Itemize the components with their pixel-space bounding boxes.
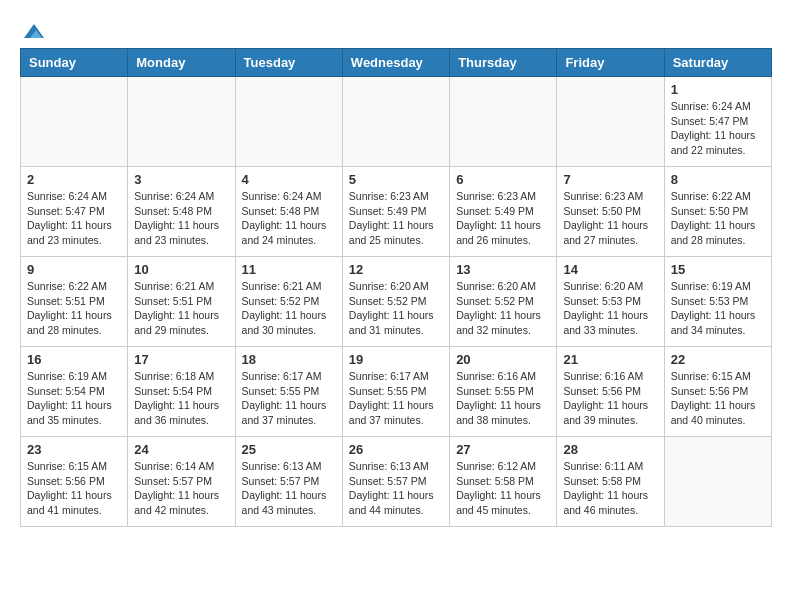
calendar-header-tuesday: Tuesday (235, 49, 342, 77)
calendar-header-monday: Monday (128, 49, 235, 77)
day-info: Sunrise: 6:20 AM Sunset: 5:52 PM Dayligh… (349, 279, 443, 338)
calendar-cell (235, 77, 342, 167)
calendar-cell: 5Sunrise: 6:23 AM Sunset: 5:49 PM Daylig… (342, 167, 449, 257)
calendar-cell: 3Sunrise: 6:24 AM Sunset: 5:48 PM Daylig… (128, 167, 235, 257)
day-number: 11 (242, 262, 336, 277)
day-number: 24 (134, 442, 228, 457)
day-number: 23 (27, 442, 121, 457)
calendar-header-friday: Friday (557, 49, 664, 77)
calendar-cell: 15Sunrise: 6:19 AM Sunset: 5:53 PM Dayli… (664, 257, 771, 347)
calendar-week-2: 2Sunrise: 6:24 AM Sunset: 5:47 PM Daylig… (21, 167, 772, 257)
day-number: 28 (563, 442, 657, 457)
calendar-week-5: 23Sunrise: 6:15 AM Sunset: 5:56 PM Dayli… (21, 437, 772, 527)
calendar-cell: 20Sunrise: 6:16 AM Sunset: 5:55 PM Dayli… (450, 347, 557, 437)
day-info: Sunrise: 6:14 AM Sunset: 5:57 PM Dayligh… (134, 459, 228, 518)
day-number: 9 (27, 262, 121, 277)
day-info: Sunrise: 6:23 AM Sunset: 5:49 PM Dayligh… (456, 189, 550, 248)
day-info: Sunrise: 6:20 AM Sunset: 5:53 PM Dayligh… (563, 279, 657, 338)
day-info: Sunrise: 6:13 AM Sunset: 5:57 PM Dayligh… (349, 459, 443, 518)
logo (20, 20, 46, 38)
calendar-cell (342, 77, 449, 167)
calendar-cell: 10Sunrise: 6:21 AM Sunset: 5:51 PM Dayli… (128, 257, 235, 347)
day-number: 14 (563, 262, 657, 277)
day-number: 3 (134, 172, 228, 187)
day-info: Sunrise: 6:15 AM Sunset: 5:56 PM Dayligh… (671, 369, 765, 428)
day-number: 1 (671, 82, 765, 97)
day-info: Sunrise: 6:24 AM Sunset: 5:47 PM Dayligh… (27, 189, 121, 248)
day-info: Sunrise: 6:18 AM Sunset: 5:54 PM Dayligh… (134, 369, 228, 428)
day-number: 4 (242, 172, 336, 187)
calendar-cell: 18Sunrise: 6:17 AM Sunset: 5:55 PM Dayli… (235, 347, 342, 437)
calendar-cell: 8Sunrise: 6:22 AM Sunset: 5:50 PM Daylig… (664, 167, 771, 257)
calendar-cell: 7Sunrise: 6:23 AM Sunset: 5:50 PM Daylig… (557, 167, 664, 257)
calendar-cell: 28Sunrise: 6:11 AM Sunset: 5:58 PM Dayli… (557, 437, 664, 527)
calendar-cell: 14Sunrise: 6:20 AM Sunset: 5:53 PM Dayli… (557, 257, 664, 347)
calendar-header-saturday: Saturday (664, 49, 771, 77)
calendar-cell: 23Sunrise: 6:15 AM Sunset: 5:56 PM Dayli… (21, 437, 128, 527)
calendar-cell (21, 77, 128, 167)
day-info: Sunrise: 6:16 AM Sunset: 5:56 PM Dayligh… (563, 369, 657, 428)
calendar-table: SundayMondayTuesdayWednesdayThursdayFrid… (20, 48, 772, 527)
calendar-cell: 9Sunrise: 6:22 AM Sunset: 5:51 PM Daylig… (21, 257, 128, 347)
day-info: Sunrise: 6:23 AM Sunset: 5:50 PM Dayligh… (563, 189, 657, 248)
calendar-header-row: SundayMondayTuesdayWednesdayThursdayFrid… (21, 49, 772, 77)
calendar-cell: 25Sunrise: 6:13 AM Sunset: 5:57 PM Dayli… (235, 437, 342, 527)
page-header (20, 20, 772, 38)
day-number: 2 (27, 172, 121, 187)
day-info: Sunrise: 6:24 AM Sunset: 5:48 PM Dayligh… (134, 189, 228, 248)
day-number: 12 (349, 262, 443, 277)
calendar-cell: 24Sunrise: 6:14 AM Sunset: 5:57 PM Dayli… (128, 437, 235, 527)
day-info: Sunrise: 6:20 AM Sunset: 5:52 PM Dayligh… (456, 279, 550, 338)
day-info: Sunrise: 6:23 AM Sunset: 5:49 PM Dayligh… (349, 189, 443, 248)
calendar-cell: 12Sunrise: 6:20 AM Sunset: 5:52 PM Dayli… (342, 257, 449, 347)
calendar-header-wednesday: Wednesday (342, 49, 449, 77)
calendar-cell: 11Sunrise: 6:21 AM Sunset: 5:52 PM Dayli… (235, 257, 342, 347)
day-info: Sunrise: 6:24 AM Sunset: 5:48 PM Dayligh… (242, 189, 336, 248)
day-info: Sunrise: 6:11 AM Sunset: 5:58 PM Dayligh… (563, 459, 657, 518)
day-info: Sunrise: 6:22 AM Sunset: 5:51 PM Dayligh… (27, 279, 121, 338)
day-info: Sunrise: 6:17 AM Sunset: 5:55 PM Dayligh… (242, 369, 336, 428)
day-info: Sunrise: 6:12 AM Sunset: 5:58 PM Dayligh… (456, 459, 550, 518)
calendar-cell (128, 77, 235, 167)
day-number: 26 (349, 442, 443, 457)
calendar-cell: 6Sunrise: 6:23 AM Sunset: 5:49 PM Daylig… (450, 167, 557, 257)
day-number: 7 (563, 172, 657, 187)
day-info: Sunrise: 6:16 AM Sunset: 5:55 PM Dayligh… (456, 369, 550, 428)
calendar-cell: 16Sunrise: 6:19 AM Sunset: 5:54 PM Dayli… (21, 347, 128, 437)
calendar-cell (664, 437, 771, 527)
day-number: 6 (456, 172, 550, 187)
calendar-cell: 19Sunrise: 6:17 AM Sunset: 5:55 PM Dayli… (342, 347, 449, 437)
day-info: Sunrise: 6:13 AM Sunset: 5:57 PM Dayligh… (242, 459, 336, 518)
day-number: 13 (456, 262, 550, 277)
calendar-week-1: 1Sunrise: 6:24 AM Sunset: 5:47 PM Daylig… (21, 77, 772, 167)
calendar-cell: 13Sunrise: 6:20 AM Sunset: 5:52 PM Dayli… (450, 257, 557, 347)
day-number: 8 (671, 172, 765, 187)
calendar-week-3: 9Sunrise: 6:22 AM Sunset: 5:51 PM Daylig… (21, 257, 772, 347)
day-number: 17 (134, 352, 228, 367)
calendar-cell: 21Sunrise: 6:16 AM Sunset: 5:56 PM Dayli… (557, 347, 664, 437)
calendar-cell (557, 77, 664, 167)
calendar-cell: 22Sunrise: 6:15 AM Sunset: 5:56 PM Dayli… (664, 347, 771, 437)
day-info: Sunrise: 6:17 AM Sunset: 5:55 PM Dayligh… (349, 369, 443, 428)
day-info: Sunrise: 6:19 AM Sunset: 5:53 PM Dayligh… (671, 279, 765, 338)
day-number: 25 (242, 442, 336, 457)
day-info: Sunrise: 6:21 AM Sunset: 5:51 PM Dayligh… (134, 279, 228, 338)
day-info: Sunrise: 6:24 AM Sunset: 5:47 PM Dayligh… (671, 99, 765, 158)
day-number: 19 (349, 352, 443, 367)
calendar-cell: 17Sunrise: 6:18 AM Sunset: 5:54 PM Dayli… (128, 347, 235, 437)
day-info: Sunrise: 6:21 AM Sunset: 5:52 PM Dayligh… (242, 279, 336, 338)
calendar-cell: 26Sunrise: 6:13 AM Sunset: 5:57 PM Dayli… (342, 437, 449, 527)
day-info: Sunrise: 6:19 AM Sunset: 5:54 PM Dayligh… (27, 369, 121, 428)
day-number: 20 (456, 352, 550, 367)
day-number: 16 (27, 352, 121, 367)
day-number: 18 (242, 352, 336, 367)
day-number: 10 (134, 262, 228, 277)
calendar-cell: 1Sunrise: 6:24 AM Sunset: 5:47 PM Daylig… (664, 77, 771, 167)
day-number: 21 (563, 352, 657, 367)
day-number: 27 (456, 442, 550, 457)
day-info: Sunrise: 6:22 AM Sunset: 5:50 PM Dayligh… (671, 189, 765, 248)
calendar-header-sunday: Sunday (21, 49, 128, 77)
day-info: Sunrise: 6:15 AM Sunset: 5:56 PM Dayligh… (27, 459, 121, 518)
calendar-header-thursday: Thursday (450, 49, 557, 77)
calendar-cell: 27Sunrise: 6:12 AM Sunset: 5:58 PM Dayli… (450, 437, 557, 527)
